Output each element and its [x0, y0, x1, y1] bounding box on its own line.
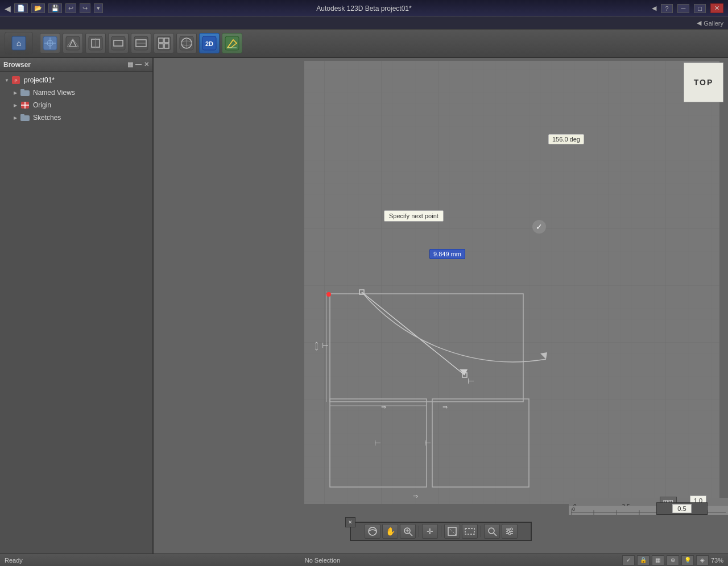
- svg-rect-42: [304, 61, 719, 504]
- svg-point-74: [369, 527, 377, 535]
- main-area: Browser ▦ — ✕ ▼ P project01* ▶: [0, 58, 728, 553]
- svg-line-77: [410, 533, 412, 536]
- top-view-indicator: TOP: [684, 63, 723, 102]
- close-toolbar-icon[interactable]: ✕: [345, 517, 355, 527]
- confirm-checkmark[interactable]: ✓: [532, 220, 546, 234]
- perspective-button[interactable]: [63, 33, 83, 53]
- svg-point-89: [510, 528, 512, 530]
- tree-item-named-views[interactable]: ▶ Named Views: [0, 86, 152, 99]
- svg-text:⇒: ⇒: [381, 403, 386, 410]
- tooltip-specify-next-point: Specify next point: [384, 210, 444, 222]
- home-button[interactable]: ⌂: [5, 32, 33, 55]
- grid-canvas: ⟺ ⊢ ⊢: [154, 58, 728, 553]
- gallery-bar: ◀ Gallery: [0, 17, 728, 30]
- svg-rect-38: [20, 114, 24, 116]
- project-icon: P: [11, 76, 22, 84]
- browser-close-icon[interactable]: ✕: [144, 61, 149, 68]
- svg-point-91: [508, 532, 511, 535]
- close-button[interactable]: ✕: [710, 3, 723, 13]
- svg-text:⊢: ⊢: [468, 376, 474, 385]
- svg-text:⊢: ⊢: [374, 438, 381, 447]
- tree-item-origin[interactable]: ▶ Origin: [0, 99, 152, 111]
- tree-item-sketches[interactable]: ▶ Sketches: [0, 111, 152, 124]
- save-icon[interactable]: 💾: [48, 3, 62, 13]
- tree-arrow-origin: ▶: [14, 103, 20, 108]
- pan-button[interactable]: ✋: [382, 524, 398, 539]
- tree-item-project[interactable]: ▼ P project01*: [0, 74, 152, 86]
- svg-text:✛: ✛: [427, 527, 433, 536]
- restore-button[interactable]: □: [694, 4, 706, 13]
- status-material-icon[interactable]: ◈: [696, 555, 709, 565]
- angle-badge: 156.0 deg: [548, 134, 584, 144]
- measure-value-display[interactable]: 0.5: [672, 504, 691, 513]
- undo-icon[interactable]: ↩: [65, 3, 76, 13]
- project-label: project01*: [24, 76, 55, 84]
- titlebar-left: ◀ 📄 📂 💾 ↩ ↪ ▾: [5, 3, 103, 13]
- gallery-arrow-icon: ◀: [697, 19, 701, 27]
- named-views-label: Named Views: [33, 89, 75, 97]
- move-button[interactable]: ✛: [422, 524, 438, 539]
- tree-arrow-project: ▼: [5, 78, 11, 83]
- zoom-button[interactable]: [400, 524, 416, 539]
- status-snap-icon[interactable]: ⊕: [667, 555, 679, 565]
- sketches-folder-icon: [20, 114, 31, 122]
- status-lock-icon[interactable]: 🔒: [637, 555, 650, 565]
- titlebar-controls: ◀ ? ─ □ ✕: [652, 3, 723, 13]
- browser-minimize-icon[interactable]: —: [135, 61, 142, 68]
- app-title: Autodesk 123D Beta project01*: [316, 5, 411, 13]
- measurement-input[interactable]: 9.849 mm: [429, 249, 465, 259]
- new-file-icon[interactable]: 📄: [14, 3, 28, 13]
- browser-tree: ▼ P project01* ▶ Named Views ▶ O: [0, 72, 152, 126]
- svg-line-82: [448, 527, 456, 535]
- 3d-view-button[interactable]: [176, 33, 197, 53]
- more-icon[interactable]: ▾: [94, 3, 103, 13]
- top-view-button[interactable]: [85, 33, 106, 53]
- sketches-label: Sketches: [33, 114, 61, 122]
- window-select-button[interactable]: [462, 524, 478, 539]
- nav-arrow-icon: ◀: [652, 5, 656, 12]
- redo-icon[interactable]: ↪: [80, 3, 90, 13]
- svg-text:⌂: ⌂: [16, 39, 21, 48]
- svg-point-84: [489, 528, 494, 534]
- status-grid-icon[interactable]: ▦: [652, 555, 664, 565]
- main-toolbar: ⌂: [0, 30, 728, 58]
- origin-label: Origin: [33, 101, 51, 109]
- wireframe-button[interactable]: [154, 33, 174, 53]
- svg-text:0: 0: [572, 506, 575, 512]
- titlebar: ◀ 📄 📂 💾 ↩ ↪ ▾ Autodesk 123D Beta project…: [0, 0, 728, 17]
- status-light-icon[interactable]: 💡: [681, 555, 694, 565]
- app-logo-icon: ◀: [5, 4, 11, 13]
- open-icon[interactable]: 📂: [31, 3, 45, 13]
- origin-icon: [20, 101, 31, 109]
- help-button[interactable]: ?: [661, 4, 672, 13]
- fit-view-button[interactable]: [444, 524, 460, 539]
- minimize-button[interactable]: ─: [677, 4, 690, 13]
- toolbar-separator-2: [441, 526, 441, 537]
- svg-text:✋: ✋: [385, 527, 395, 536]
- magnify-button[interactable]: [484, 524, 500, 539]
- browser-panel: Browser ▦ — ✕ ▼ P project01* ▶: [0, 58, 154, 553]
- orbit-button[interactable]: [365, 524, 380, 539]
- side-view-button[interactable]: [131, 33, 151, 53]
- statusbar-right: ✓ 🔒 ▦ ⊕ 💡 ◈ 73%: [622, 555, 723, 565]
- statusbar-selection: No Selection: [32, 557, 613, 564]
- svg-point-50: [326, 292, 331, 297]
- view-select-button[interactable]: [40, 33, 60, 53]
- named-views-folder-icon: [20, 89, 31, 97]
- status-check-icon[interactable]: ✓: [622, 555, 635, 565]
- browser-grid-icon[interactable]: ▦: [127, 61, 133, 68]
- statusbar: Ready No Selection ✓ 🔒 ▦ ⊕ 💡 ◈ 73%: [0, 553, 728, 566]
- gallery-label[interactable]: Gallery: [704, 20, 723, 27]
- tree-arrow-named-views: ▶: [14, 90, 20, 95]
- zoom-level: 73%: [711, 557, 723, 564]
- front-view-button[interactable]: [108, 33, 129, 53]
- svg-point-87: [507, 530, 510, 532]
- browser-header-icons: ▦ — ✕: [127, 61, 149, 68]
- canvas-area[interactable]: ⟺ ⊢ ⊢: [154, 58, 728, 553]
- measure-display-bar: 0.5: [656, 502, 708, 515]
- svg-text:P: P: [14, 78, 17, 84]
- sketch-mode-button[interactable]: [222, 33, 242, 53]
- options-button[interactable]: [502, 524, 518, 539]
- svg-text:⊢: ⊢: [322, 340, 329, 349]
- 2d-mode-button[interactable]: 2D: [199, 33, 220, 53]
